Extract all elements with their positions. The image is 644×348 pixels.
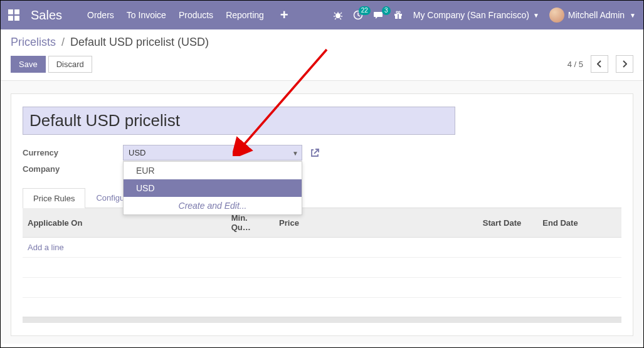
table-row: Add a line — [23, 238, 621, 258]
currency-option-eur[interactable]: EUR — [124, 162, 302, 179]
currency-dropdown: EUR USD Create and Edit... — [123, 161, 302, 215]
caret-down-icon: ▼ — [533, 12, 539, 19]
company-label: Company — [23, 164, 123, 174]
nav-to-invoice[interactable]: To Invoice — [127, 10, 166, 20]
tab-price-rules[interactable]: Price Rules — [23, 188, 85, 208]
col-trash — [598, 208, 621, 238]
svg-rect-0 — [8, 9, 13, 14]
price-rules-table: Applicable On Min. Qu… Price Start Date … — [23, 208, 621, 298]
company-selector[interactable]: My Company (San Francisco) ▼ — [413, 10, 539, 20]
caret-down-icon: ▼ — [630, 12, 636, 19]
save-button[interactable]: Save — [11, 56, 46, 73]
company-name: My Company (San Francisco) — [413, 10, 529, 20]
svg-point-4 — [335, 13, 340, 18]
app-brand[interactable]: Sales — [31, 8, 62, 23]
pager: 4 / 5 — [567, 55, 633, 73]
pager-prev-button[interactable] — [591, 55, 608, 73]
discuss-badge: 3 — [382, 6, 391, 15]
activities-badge: 22 — [359, 6, 371, 15]
form-sheet-bg: Currency ▼ EUR USD Create and Edit... Co… — [1, 81, 643, 344]
currency-label: Currency — [23, 148, 123, 157]
pager-next-button[interactable] — [616, 55, 633, 73]
svg-rect-3 — [14, 16, 19, 21]
col-end-date[interactable]: End Date — [537, 208, 598, 238]
col-price[interactable]: Price — [274, 208, 478, 238]
add-line-link[interactable]: Add a line — [28, 243, 64, 252]
breadcrumb: Pricelists / Default USD pricelist (USD) — [11, 36, 633, 49]
discuss-icon[interactable]: 3 — [373, 10, 383, 20]
table-row — [23, 258, 621, 278]
user-name: Mitchell Admin — [568, 10, 625, 20]
svg-rect-8 — [398, 14, 399, 19]
gift-icon[interactable] — [393, 10, 403, 20]
notebook-tabs: Price Rules Configuration — [23, 187, 621, 208]
currency-option-usd[interactable]: USD — [124, 179, 302, 197]
currency-input[interactable] — [123, 145, 302, 161]
svg-rect-1 — [14, 9, 19, 14]
nav-reporting[interactable]: Reporting — [226, 10, 264, 20]
debug-icon[interactable] — [333, 10, 343, 20]
breadcrumb-current: Default USD pricelist (USD) — [70, 36, 209, 48]
breadcrumb-parent[interactable]: Pricelists — [11, 36, 56, 48]
pricelist-name-input[interactable] — [23, 107, 455, 135]
top-navbar: Sales Orders To Invoice Products Reporti… — [1, 1, 643, 29]
nav-new-icon[interactable]: + — [280, 7, 288, 23]
navbar-right: 22 3 My Company (San Francisco) ▼ Mitche… — [333, 8, 636, 23]
apps-icon[interactable] — [8, 9, 19, 21]
nav-orders[interactable]: Orders — [87, 10, 114, 20]
currency-field-wrap: ▼ EUR USD Create and Edit... — [123, 145, 302, 161]
external-link-icon[interactable] — [310, 148, 320, 158]
discard-button[interactable]: Discard — [48, 56, 92, 73]
pager-text[interactable]: 4 / 5 — [567, 60, 583, 69]
nav-products[interactable]: Products — [179, 10, 213, 20]
control-panel: Pricelists / Default USD pricelist (USD)… — [1, 29, 643, 81]
svg-rect-2 — [8, 16, 13, 21]
form-sheet: Currency ▼ EUR USD Create and Edit... Co… — [11, 93, 633, 336]
activities-icon[interactable]: 22 — [353, 10, 363, 20]
table-scrollbar[interactable] — [23, 317, 621, 323]
col-start-date[interactable]: Start Date — [478, 208, 538, 238]
currency-create-edit[interactable]: Create and Edit... — [124, 197, 302, 214]
breadcrumb-separator: / — [61, 36, 65, 48]
avatar — [549, 8, 564, 23]
user-menu[interactable]: Mitchell Admin ▼ — [549, 8, 636, 23]
table-row — [23, 278, 621, 298]
